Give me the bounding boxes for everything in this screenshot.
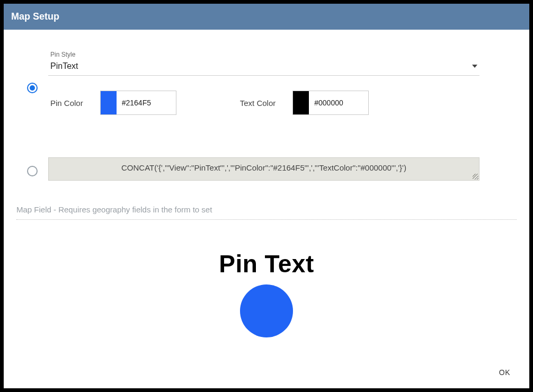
pin-style-label: Pin Style [48, 51, 479, 58]
pin-color-hex[interactable] [117, 91, 176, 114]
pin-color-input[interactable] [100, 91, 176, 115]
pin-color-label: Pin Color [50, 99, 83, 108]
option-expression-radio[interactable] [27, 166, 38, 176]
text-color-hex[interactable] [309, 91, 368, 114]
map-field-note: Map Field - Requires geography fields in… [16, 201, 517, 220]
ok-button[interactable]: OK [493, 364, 517, 381]
dialog-title: Map Setup [4, 4, 529, 30]
map-setup-dialog: Map Setup Pin Style PinText Pin Color [4, 4, 529, 388]
chevron-down-icon [472, 65, 477, 68]
dialog-body: Pin Style PinText Pin Color [4, 30, 529, 359]
dialog-footer: OK [4, 359, 529, 388]
pin-style-select[interactable]: PinText [48, 58, 479, 76]
text-color-group: Text Color [240, 91, 369, 115]
radio-col-expr [16, 162, 48, 176]
text-color-input[interactable] [292, 91, 369, 115]
option-expression-row: CONCAT('{',"'View":"PinText"',',"'PinCol… [4, 157, 529, 181]
preview-pin-circle [240, 284, 293, 337]
option-builder-row: Pin Style PinText Pin Color [4, 51, 529, 136]
preview-title: Pin Text [219, 250, 314, 278]
radio-col [16, 51, 48, 93]
text-color-swatch[interactable] [293, 91, 309, 114]
pin-color-swatch[interactable] [101, 91, 117, 114]
pin-preview: Pin Text [4, 250, 529, 359]
text-color-label: Text Color [240, 99, 276, 108]
dialog-body-inner: Pin Style PinText Pin Color [4, 30, 529, 359]
color-row: Pin Color Text Color [48, 91, 479, 115]
option-builder-radio[interactable] [27, 83, 38, 93]
option-builder-content: Pin Style PinText Pin Color [48, 51, 517, 136]
expression-textarea[interactable]: CONCAT('{',"'View":"PinText"',',"'PinCol… [48, 157, 479, 181]
pin-color-group: Pin Color [50, 91, 176, 115]
pin-style-value: PinText [50, 61, 78, 71]
